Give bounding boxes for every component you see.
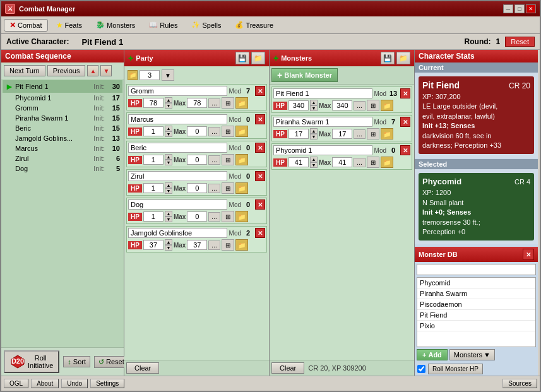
monster-hp-up-button[interactable]: ▲ (310, 100, 318, 105)
monster-db-clear-button[interactable]: ✕ (523, 249, 534, 260)
remove-party-button[interactable]: ✕ (255, 86, 265, 96)
grid-button[interactable]: ⊞ (222, 97, 234, 109)
grid-button[interactable]: ⊞ (222, 239, 234, 251)
monster-hp-options-button[interactable]: ... (354, 101, 365, 110)
hp-options-button[interactable]: ... (208, 155, 220, 165)
party-save-button[interactable]: 💾 (235, 52, 249, 64)
party-name-input[interactable] (128, 228, 227, 238)
monster-db-item[interactable]: Phycomid (417, 278, 535, 288)
menu-feats[interactable]: ★ Feats (51, 19, 88, 32)
hp-down-button[interactable]: ▼ (165, 188, 172, 194)
close-button[interactable]: ✕ (526, 4, 536, 13)
monster-max-hp-input[interactable] (332, 100, 352, 110)
pit-fiend-card[interactable]: Pit Fiend CR 20 XP: 307,200 LE Large out… (419, 76, 534, 154)
monster-max-hp-input[interactable] (332, 157, 352, 167)
sort-button[interactable]: ↕ Sort (63, 356, 90, 367)
hp-down-button[interactable]: ▼ (165, 160, 172, 165)
previous-button[interactable]: Previous (47, 65, 86, 76)
combat-entry[interactable]: Zirul Init: 6 (3, 153, 122, 163)
monster-hp-down-button[interactable]: ▼ (310, 134, 318, 140)
ogl-button[interactable]: OGL (4, 379, 28, 388)
roll-initiative-button[interactable]: D20 RollInitiative (4, 350, 59, 373)
max-hp-input[interactable] (187, 183, 207, 193)
move-up-button[interactable]: ▲ (87, 65, 98, 76)
remove-party-button[interactable]: ✕ (255, 114, 265, 124)
hp-up-button[interactable]: ▲ (165, 126, 172, 131)
party-name-input[interactable] (128, 114, 227, 124)
menu-rules[interactable]: 📖 Rules (143, 19, 183, 31)
remove-monster-button[interactable]: ✕ (400, 145, 410, 155)
max-hp-input[interactable] (187, 126, 207, 136)
monster-folder-button[interactable]: 📁 (381, 128, 393, 140)
monster-folder-button[interactable]: 📁 (381, 100, 393, 111)
folder-button[interactable]: 📁 (235, 154, 248, 165)
max-hp-input[interactable] (187, 98, 207, 108)
monster-max-hp-input[interactable] (332, 129, 352, 139)
grid-button[interactable]: ⊞ (222, 182, 234, 194)
party-clear-button[interactable]: Clear (126, 362, 159, 374)
about-button[interactable]: About (31, 379, 59, 388)
party-name-input[interactable] (128, 86, 227, 96)
monster-hp-up-button[interactable]: ▲ (310, 157, 318, 162)
combat-entry[interactable]: Marcus Init: 10 (3, 143, 122, 153)
party-name-input[interactable] (128, 171, 227, 181)
hp-down-button[interactable]: ▼ (165, 103, 172, 109)
menu-treasure[interactable]: 💰 Treasure (229, 19, 279, 31)
hp-up-button[interactable]: ▲ (165, 154, 172, 160)
hp-down-button[interactable]: ▼ (165, 245, 172, 251)
hp-options-button[interactable]: ... (208, 184, 220, 193)
settings-button[interactable]: Settings (90, 379, 124, 388)
hp-input[interactable] (143, 183, 163, 193)
blank-monster-button[interactable]: + Blank Monster (271, 68, 338, 82)
menu-combat[interactable]: ✕ Combat (4, 19, 48, 32)
monster-folder-button[interactable]: 📁 (381, 157, 393, 168)
remove-monster-button[interactable]: ✕ (400, 88, 410, 98)
monsters-type-dropdown[interactable]: Monsters ▼ (449, 349, 495, 360)
grid-button[interactable]: ⊞ (222, 126, 234, 137)
monster-hp-options-button[interactable]: ... (354, 158, 365, 167)
combat-entry[interactable]: Beric Init: 15 (3, 123, 122, 133)
folder-button[interactable]: 📁 (235, 182, 248, 194)
remove-monster-button[interactable]: ✕ (400, 117, 410, 127)
max-hp-input[interactable] (187, 155, 207, 165)
monster-hp-options-button[interactable]: ... (354, 129, 365, 139)
remove-party-button[interactable]: ✕ (255, 228, 265, 238)
grid-button[interactable]: ⊞ (222, 211, 234, 222)
monsters-clear-button[interactable]: Clear (271, 362, 304, 374)
sources-button[interactable]: Sources (502, 379, 537, 388)
folder-button[interactable]: 📁 (235, 239, 248, 251)
next-turn-button[interactable]: Next Turn (4, 65, 45, 76)
monster-grid-button[interactable]: ⊞ (367, 100, 379, 111)
maximize-button[interactable]: □ (514, 4, 525, 13)
combat-entry[interactable]: Gromm Init: 15 (3, 103, 122, 113)
init-input[interactable] (140, 70, 160, 80)
monster-hp-down-button[interactable]: ▼ (310, 162, 318, 168)
hp-input[interactable] (143, 211, 163, 222)
max-hp-input[interactable] (187, 211, 207, 222)
hp-input[interactable] (143, 240, 163, 250)
init-dropdown-button[interactable]: ▼ (162, 69, 174, 81)
hp-up-button[interactable]: ▲ (165, 97, 172, 103)
monster-search-input[interactable] (417, 264, 536, 275)
minimize-button[interactable]: ─ (503, 4, 513, 13)
grid-button[interactable]: ⊞ (222, 154, 234, 165)
monster-hp-input[interactable] (288, 157, 309, 167)
hp-input[interactable] (143, 98, 163, 108)
remove-party-button[interactable]: ✕ (255, 143, 265, 153)
hp-up-button[interactable]: ▲ (165, 239, 172, 245)
monster-hp-up-button[interactable]: ▲ (310, 128, 318, 134)
add-monster-button[interactable]: + Add (417, 349, 448, 360)
folder-button[interactable]: 📁 (235, 211, 248, 222)
roll-monster-hp-checkbox[interactable] (417, 365, 425, 373)
remove-party-button[interactable]: ✕ (255, 171, 265, 181)
hp-input[interactable] (143, 155, 163, 165)
monsters-folder-button[interactable]: 📁 (396, 52, 410, 64)
menu-monsters[interactable]: 🐉 Monsters (90, 19, 141, 31)
menu-spells[interactable]: ✨ Spells (186, 19, 227, 31)
monster-db-item[interactable]: Piranha Swarm (417, 288, 535, 299)
monster-hp-input[interactable] (288, 129, 309, 139)
combat-entry[interactable]: Piranha Swarm 1 Init: 15 (3, 113, 122, 123)
hp-up-button[interactable]: ▲ (165, 211, 172, 217)
monster-name-input[interactable] (273, 145, 372, 155)
hp-options-button[interactable]: ... (208, 127, 220, 136)
